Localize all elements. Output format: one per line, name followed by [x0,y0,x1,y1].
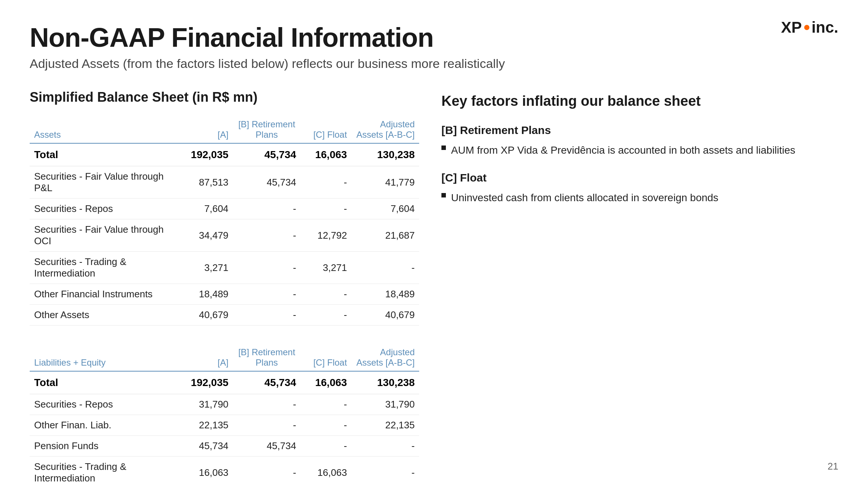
table-row: Securities - Fair Value through P&L 87,5… [30,166,419,199]
row-label: Securities - Trading & Intermediation [30,252,178,284]
row-label: Other Assets [30,305,178,326]
row-a: 45,734 [178,436,233,457]
page: XP inc. Non-GAAP Financial Information A… [0,0,868,487]
row-adj: 18,489 [351,284,419,305]
liabilities-total-label: Total [30,372,178,394]
row-c: - [300,415,351,436]
bullet-item: Uninvested cash from clients allocated i… [441,190,838,206]
bullet-text: AUM from XP Vida & Previdência is accoun… [451,143,795,158]
row-adj: - [351,252,419,284]
page-title: Non-GAAP Financial Information [30,22,838,53]
factor-section: [B] Retirement Plans AUM from XP Vida & … [441,124,838,158]
row-label: Other Finan. Liab. [30,415,178,436]
row-c: - [300,199,351,219]
row-b: - [233,219,301,252]
logo: XP inc. [781,19,838,36]
factor-section: [C] Float Uninvested cash from clients a… [441,171,838,206]
right-panel-title: Key factors inflating our balance sheet [441,93,838,109]
row-adj: 21,687 [351,219,419,252]
right-panel: Key factors inflating our balance sheet … [441,89,838,487]
assets-table: Assets [A] [B] Retirement Plans [C] Floa… [30,116,419,166]
row-label: Securities - Trading & Intermediation [30,457,178,487]
row-b: - [233,199,301,219]
row-a: 16,063 [178,457,233,487]
row-adj: - [351,457,419,487]
table-row: Other Assets 40,679 - - 40,679 [30,305,419,326]
bullet-item: AUM from XP Vida & Previdência is accoun… [441,143,838,158]
assets-col-adj: Adjusted Assets [A-B-C] [351,116,419,143]
content-area: Simplified Balance Sheet (in R$ mn) Asse… [30,89,838,487]
row-adj: - [351,436,419,457]
table-row: Pension Funds 45,734 45,734 - - [30,436,419,457]
row-c: - [300,305,351,326]
assets-col-b: [B] Retirement Plans [233,116,301,143]
liabilities-total-adj: 130,238 [351,372,419,394]
row-b: - [233,394,301,415]
bullet-square-icon [441,193,446,197]
assets-total-a: 192,035 [178,144,233,166]
factor-title: [B] Retirement Plans [441,124,838,137]
left-panel: Simplified Balance Sheet (in R$ mn) Asse… [30,89,419,487]
row-a: 7,604 [178,199,233,219]
table-row: Other Financial Instruments 18,489 - - 1… [30,284,419,305]
row-a: 87,513 [178,166,233,199]
row-a: 22,135 [178,415,233,436]
page-number: 21 [828,461,838,472]
row-a: 31,790 [178,394,233,415]
row-c: - [300,436,351,457]
liabilities-col-adj: Adjusted Assets [A-B-C] [351,344,419,371]
assets-data-table: Securities - Fair Value through P&L 87,5… [30,166,419,326]
liabilities-col-label: Liabilities + Equity [30,344,178,371]
row-b: - [233,252,301,284]
row-b: - [233,305,301,326]
row-adj: 41,779 [351,166,419,199]
liabilities-data-table: Securities - Repos 31,790 - - 31,790 Oth… [30,394,419,487]
row-a: 34,479 [178,219,233,252]
page-subtitle: Adjusted Assets (from the factors listed… [30,56,838,71]
assets-total-adj: 130,238 [351,144,419,166]
row-b: - [233,284,301,305]
row-c: 3,271 [300,252,351,284]
liabilities-col-c: [C] Float [300,344,351,371]
table-row: Securities - Trading & Intermediation 16… [30,457,419,487]
row-c: - [300,284,351,305]
row-label: Securities - Repos [30,394,178,415]
table-row: Securities - Trading & Intermediation 3,… [30,252,419,284]
row-label: Other Financial Instruments [30,284,178,305]
row-c: 16,063 [300,457,351,487]
row-label: Securities - Fair Value through P&L [30,166,178,199]
row-c: 12,792 [300,219,351,252]
row-label: Pension Funds [30,436,178,457]
assets-header-row: Assets [A] [B] Retirement Plans [C] Floa… [30,116,419,143]
liabilities-col-b: [B] Retirement Plans [233,344,301,371]
logo-xp: XP [781,19,802,36]
row-a: 3,271 [178,252,233,284]
balance-sheet-title: Simplified Balance Sheet (in R$ mn) [30,89,419,105]
row-adj: 31,790 [351,394,419,415]
row-adj: 40,679 [351,305,419,326]
logo-inc: inc. [812,19,838,36]
assets-total-row: Total 192,035 45,734 16,063 130,238 [30,144,419,166]
assets-col-a: [A] [178,116,233,143]
row-b: 45,734 [233,436,301,457]
liabilities-total-a: 192,035 [178,372,233,394]
row-a: 40,679 [178,305,233,326]
assets-col-label: Assets [30,116,178,143]
assets-total-b: 45,734 [233,144,301,166]
bullet-square-icon [441,146,446,150]
assets-total-c: 16,063 [300,144,351,166]
row-b: - [233,415,301,436]
bullet-text: Uninvested cash from clients allocated i… [451,190,719,206]
factor-title: [C] Float [441,171,838,184]
liabilities-col-a: [A] [178,344,233,371]
liabilities-table: Liabilities + Equity [A] [B] Retirement … [30,344,419,394]
row-a: 18,489 [178,284,233,305]
table-row: Securities - Fair Value through OCI 34,4… [30,219,419,252]
liabilities-total-c: 16,063 [300,372,351,394]
assets-col-c: [C] Float [300,116,351,143]
factors-container: [B] Retirement Plans AUM from XP Vida & … [441,124,838,206]
row-label: Securities - Fair Value through OCI [30,219,178,252]
table-row: Securities - Repos 7,604 - - 7,604 [30,199,419,219]
row-b: 45,734 [233,166,301,199]
row-adj: 22,135 [351,415,419,436]
